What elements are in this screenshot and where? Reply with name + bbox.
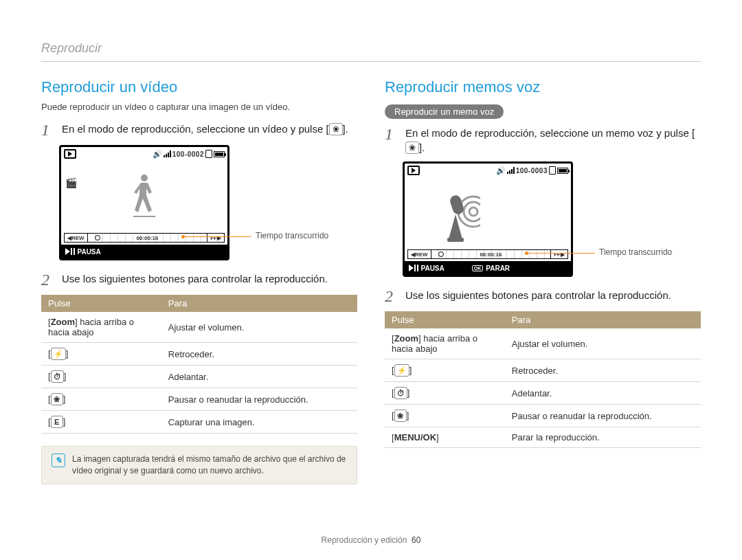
cell-pulse: [Zoom] hacia arriba o hacia abajo	[385, 328, 505, 359]
table-row: [⚡]Retroceder.	[41, 343, 357, 366]
elapsed-time: 00:00:16	[480, 251, 502, 258]
signal-bars-icon	[507, 167, 515, 174]
video-step2: 2 Use los siguientes botones para contro…	[41, 271, 357, 288]
th-para: Para	[161, 295, 357, 312]
forward-button[interactable]: FF ▶	[550, 249, 568, 259]
page-number: 60	[412, 535, 420, 545]
table-row: [❀]Pausar o reanudar la reproducción.	[385, 405, 701, 427]
battery-icon	[214, 151, 225, 157]
callout-elapsed: Tiempo transcurrido	[256, 231, 328, 240]
cell-pulse: [E]	[41, 411, 161, 434]
table-row: [E]Capturar una imagen.	[41, 411, 357, 434]
battery-icon	[557, 168, 568, 174]
file-counter: 100-0003	[516, 167, 548, 175]
pause-control[interactable]: PAUSA	[409, 265, 445, 272]
right-column: Reproducir memos voz Reproducir un memo …	[385, 78, 701, 484]
voice-step2: 2 Use los siguientes botones para contro…	[385, 288, 701, 304]
sound-icon: 🔊	[153, 150, 162, 159]
step2-text: Use los siguientes botones para controla…	[405, 288, 671, 304]
table-row: [❀]Pausar o reanudar la reproducción.	[41, 388, 357, 411]
voice-lcd-screenshot: 🔊 100-0003 ◀ REW	[403, 161, 573, 277]
svg-rect-4	[449, 194, 465, 216]
stop-control[interactable]: OK PARAR	[472, 265, 510, 272]
microphone-illustration	[446, 191, 480, 246]
sd-card-icon	[205, 150, 212, 158]
cell-para: Retroceder.	[161, 343, 357, 366]
heading-video: Reproducir un vídeo	[41, 78, 357, 96]
cell-para: Adelantar.	[161, 366, 357, 388]
cell-pulse: [❀]	[385, 405, 505, 427]
pause-control[interactable]: PAUSA	[65, 248, 101, 256]
cell-para: Parar la reproducción.	[505, 427, 701, 448]
cell-pulse: [⏱]	[385, 382, 505, 405]
cell-para: Pausar o reanudar la reproducción.	[505, 405, 701, 427]
cell-para: Pausar o reanudar la reproducción.	[161, 388, 357, 411]
svg-rect-0	[133, 216, 155, 217]
sd-card-icon	[549, 166, 556, 175]
cell-pulse: [Zoom] hacia arriba o hacia abajo	[41, 312, 161, 343]
svg-rect-5	[447, 238, 464, 242]
step1-text: En el modo de reproducción, seleccione u…	[62, 123, 329, 135]
cell-para: Adelantar.	[505, 382, 701, 405]
th-pulse: Pulse	[41, 295, 161, 312]
sound-icon: 🔊	[496, 166, 506, 175]
rewind-button[interactable]: ◀ REW	[64, 233, 88, 243]
step-number: 1	[385, 126, 400, 155]
video-step1: 1 En el modo de reproducción, seleccione…	[41, 122, 357, 138]
cell-pulse: [❀]	[41, 388, 161, 411]
elapsed-time: 00:00:16	[136, 235, 158, 241]
step1-tail: ].	[419, 142, 425, 153]
table-row: [⚡]Retroceder.	[385, 359, 701, 382]
subheading-pill: Reproducir un memo voz	[385, 104, 504, 119]
step1-text: En el modo de reproducción, seleccione u…	[405, 127, 695, 139]
svg-point-3	[469, 208, 477, 216]
cell-pulse: [MENU/OK]	[385, 427, 505, 448]
video-mode-icon: 🎬	[65, 177, 77, 188]
step-number: 2	[385, 288, 400, 304]
table-row: [⏱]Adelantar.	[385, 382, 701, 405]
table-row: [Zoom] hacia arriba o hacia abajoAjustar…	[385, 328, 701, 359]
table-row: [Zoom] hacia arriba o hacia abajoAjustar…	[41, 312, 357, 343]
rewind-button[interactable]: ◀ REW	[407, 249, 431, 259]
cell-para: Capturar una imagen.	[161, 411, 357, 434]
video-controls-table: Pulse Para [Zoom] hacia arriba o hacia a…	[41, 295, 357, 434]
breadcrumb: Reproducir	[41, 41, 701, 62]
file-counter: 100-0002	[172, 150, 204, 158]
footer-section: Reproducción y edición	[322, 535, 407, 545]
forward-button[interactable]: FF ▶	[207, 233, 225, 243]
page-footer: Reproducción y edición 60	[0, 535, 742, 545]
skater-silhouette	[131, 172, 158, 220]
heading-voice: Reproducir memos voz	[385, 78, 701, 96]
playback-mode-icon	[64, 149, 76, 159]
step1-tail: ].	[343, 123, 348, 135]
playback-mode-icon	[407, 166, 420, 175]
lead-video: Puede reproducir un vídeo o capturar una…	[41, 102, 357, 112]
voice-controls-table: Pulse Para [Zoom] hacia arriba o hacia a…	[385, 311, 701, 448]
step2-text: Use los siguientes botones para controla…	[62, 271, 328, 288]
info-icon: ✎	[52, 453, 65, 467]
flower-button-icon: ❀	[329, 123, 343, 135]
th-pulse: Pulse	[385, 311, 505, 328]
left-column: Reproducir un vídeo Puede reproducir un …	[41, 78, 357, 484]
signal-bars-icon	[164, 150, 171, 157]
voice-step1: 1 En el modo de reproducción, seleccione…	[385, 126, 701, 155]
table-row: [⏱]Adelantar.	[41, 366, 357, 388]
step-number: 1	[41, 122, 56, 138]
note-box: ✎ La imagen capturada tendrá el mismo ta…	[41, 446, 357, 484]
cell-pulse: [⏱]	[41, 366, 161, 388]
step-number: 2	[41, 271, 56, 288]
cell-para: Ajustar el volumen.	[505, 328, 701, 359]
th-para: Para	[505, 311, 701, 328]
callout-elapsed: Tiempo transcurrido	[599, 247, 672, 257]
cell-para: Ajustar el volumen.	[161, 312, 357, 343]
cell-para: Retroceder.	[505, 359, 701, 382]
note-text: La imagen capturada tendrá el mismo tama…	[72, 453, 347, 477]
cell-pulse: [⚡]	[41, 343, 161, 366]
cell-pulse: [⚡]	[385, 359, 505, 382]
video-lcd-screenshot: 🔊 100-0002 🎬 ◀ REW 00:00	[59, 145, 229, 260]
table-row: [MENU/OK]Parar la reproducción.	[385, 427, 701, 448]
flower-button-icon: ❀	[405, 142, 419, 154]
